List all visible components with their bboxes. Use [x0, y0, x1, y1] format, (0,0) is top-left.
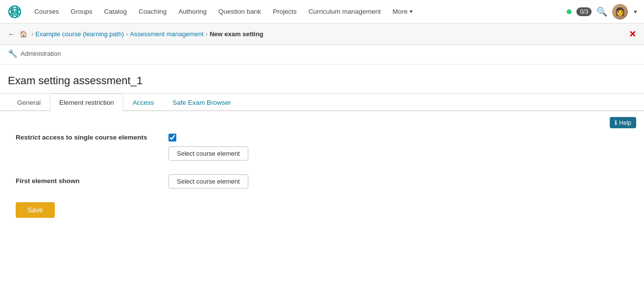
online-status-indicator [567, 9, 572, 14]
first-element-shown-controls: Select course element [168, 174, 248, 188]
nav-item-groups[interactable]: Groups [66, 5, 97, 18]
search-icon[interactable]: 🔍 [596, 6, 607, 17]
help-icon: ℹ [615, 119, 617, 126]
avatar-image: 👩 [612, 4, 628, 20]
breadcrumb-sep-1: › [31, 30, 33, 38]
nav-item-coaching[interactable]: Coaching [134, 5, 171, 18]
top-navigation: Courses Groups Catalog Coaching Authorin… [0, 0, 644, 24]
tab-general[interactable]: General [8, 94, 50, 111]
app-logo[interactable] [6, 3, 24, 21]
nav-item-catalog[interactable]: Catalog [99, 5, 132, 18]
select-course-element-button-2[interactable]: Select course element [168, 174, 248, 188]
restrict-access-controls: Select course element [168, 131, 248, 161]
nav-item-more[interactable]: More ▼ [388, 5, 419, 18]
tab-safe-exam-browser[interactable]: Safe Exam Browser [163, 94, 240, 111]
session-counter: 0/3 [576, 7, 592, 16]
first-element-shown-label: First element shown [12, 174, 168, 185]
user-menu-caret[interactable]: ▼ [633, 9, 638, 15]
first-element-shown-row: First element shown Select course elemen… [12, 174, 632, 188]
breadcrumb-current-page: New exam setting [210, 30, 263, 38]
nav-item-courses[interactable]: Courses [29, 5, 64, 18]
restrict-access-checkbox[interactable] [168, 134, 176, 141]
nav-item-authoring[interactable]: Authoring [173, 5, 212, 18]
form-section: Restrict access to single course element… [12, 131, 632, 218]
avatar[interactable]: 👩 [612, 4, 628, 20]
nav-item-projects[interactable]: Projects [268, 5, 302, 18]
breadcrumb-section-link[interactable]: Assessment management [130, 30, 203, 38]
nav-item-question-bank[interactable]: Question bank [214, 5, 266, 18]
restrict-access-label: Restrict access to single course element… [12, 131, 168, 141]
page-title-section: Exam setting assessment_1 [0, 65, 644, 94]
select-course-element-button-1[interactable]: Select course element [168, 146, 248, 161]
breadcrumb: ← 🏠 › Example course (learning path) › A… [0, 24, 644, 45]
breadcrumb-close-button[interactable]: ✕ [629, 29, 636, 40]
admin-label: Administration [21, 50, 61, 57]
page-title: Exam setting assessment_1 [8, 74, 636, 87]
help-button[interactable]: ℹ Help [610, 117, 636, 128]
breadcrumb-sep-3: › [206, 30, 208, 38]
nav-item-curriculum-management[interactable]: Curriculum management [304, 5, 386, 18]
admin-wrench-icon[interactable]: 🔧 [8, 49, 18, 58]
breadcrumb-sep-2: › [126, 30, 128, 38]
breadcrumb-back-button[interactable]: ← [8, 30, 16, 39]
help-button-label: Help [619, 119, 631, 126]
nav-right-section: 0/3 🔍 👩 ▼ [567, 4, 638, 20]
tab-access[interactable]: Access [123, 94, 164, 111]
breadcrumb-course-link[interactable]: Example course (learning path) [35, 30, 124, 38]
save-button[interactable]: Save [16, 202, 55, 218]
content-area: ℹ Help Restrict access to single course … [0, 111, 644, 226]
restrict-access-row: Restrict access to single course element… [12, 131, 632, 161]
admin-bar: 🔧 Administration [0, 45, 644, 65]
more-dropdown-arrow: ▼ [408, 9, 413, 14]
breadcrumb-home-icon[interactable]: 🏠 [20, 30, 27, 38]
tabs-bar: General Element restriction Access Safe … [0, 94, 644, 111]
tab-element-restriction[interactable]: Element restriction [50, 94, 123, 111]
